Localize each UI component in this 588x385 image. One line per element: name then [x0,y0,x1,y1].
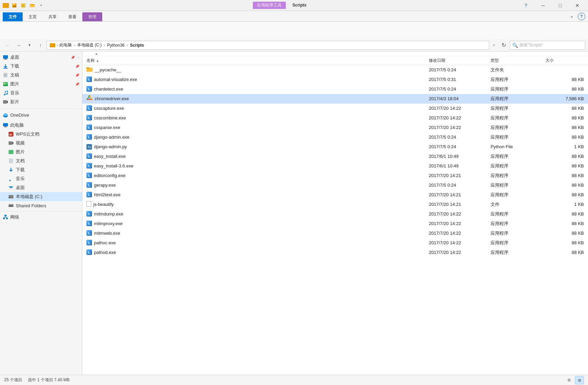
file-row[interactable]: mitmproxy.exe 2017/7/20 14:22 应用程序 88 KB [82,219,588,229]
file-row[interactable]: mitmdump.exe 2017/7/20 14:22 应用程序 88 KB [82,209,588,219]
file-icon [86,105,92,112]
svg-rect-24 [3,123,8,126]
sidebar-item-download2[interactable]: 下载 [0,165,82,174]
sidebar-item-download-quick[interactable]: 下载 📌 [0,62,82,71]
file-row[interactable]: Py django-admin.py 2017/7/5 0:24 Python … [82,142,588,152]
file-row[interactable]: chardetect.exe 2017/7/5 0:24 应用程序 88 KB [82,84,588,94]
recent-btn[interactable]: ▼ [25,40,34,50]
sidebar-item-onedrive[interactable]: OneDrive [0,110,82,119]
col-header-name[interactable]: 名称 ▲ [85,58,427,63]
file-icon [86,77,92,83]
search-box[interactable]: 🔍 搜索"Scripts" [510,41,585,50]
file-row[interactable]: easy_install-3.6.exe 2017/6/1 10:49 应用程序… [82,161,588,171]
col-header-size[interactable]: 大小 [544,58,585,63]
file-type-cell: 应用程序 [489,105,544,112]
path-dropdown-button[interactable]: ✓ [491,40,497,50]
tab-home[interactable]: 主页 [23,12,43,21]
file-row[interactable]: chromedriver.exe 2017/4/3 18:04 应用程序 7,5… [82,94,588,104]
tab-manage[interactable]: 管理 [82,12,102,21]
file-row[interactable]: pathoc.exe 2017/7/20 14:22 应用程序 88 KB [82,238,588,248]
sidebar-item-desktop-quick[interactable]: 桌面 📌 ↑ [0,53,82,62]
sidebar-item-music[interactable]: 音乐 [0,89,82,97]
sidebar-item-video[interactable]: 影片 [0,97,82,106]
sidebar-item-music2[interactable]: 音乐 [0,174,82,183]
sidebar-item-computer[interactable]: 此电脑 [0,121,82,130]
file-type-cell: 应用程序 [489,114,544,122]
sidebar-item-desktop2[interactable]: 桌面 [0,183,82,192]
file-row[interactable]: __pycache__ 2017/7/5 0:24 文件夹 [82,65,588,75]
file-name: easy_install-3.6.exe [94,163,133,168]
file-row[interactable]: csscapture.exe 2017/7/20 14:22 应用程序 88 K… [82,104,588,113]
qat-dropdown-button[interactable]: ▾ [37,1,45,10]
svg-rect-25 [4,126,7,127]
computer-icon [3,122,8,128]
file-icon [86,163,92,169]
sidebar-item-wps[interactable]: W WPS云文档 [0,130,82,139]
file-name-cell: mitmweb.exe [85,230,427,237]
view-list-button[interactable]: ≣ [575,376,584,384]
file-modified-cell: 2017/4/3 18:04 [427,95,489,102]
maximize-button[interactable]: □ [552,0,568,11]
pin-icon: 📌 [75,82,79,86]
address-path[interactable]: › 此电脑 › 本地磁盘 (C:) › Python36 › Scripts [47,41,489,50]
network-icon [3,214,8,220]
qat-redo-button[interactable]: ✓ [19,1,27,10]
file-type-cell: 应用程序 [489,76,544,83]
path-drive[interactable]: 本地磁盘 (C:) [77,42,102,48]
file-name: cssparse.exe [94,125,120,130]
minimize-button[interactable]: ─ [535,0,551,11]
tab-share[interactable]: 共享 [43,12,62,21]
col-header-type[interactable]: 类型 [489,58,544,63]
file-row[interactable]: editorconfig.exe 2017/7/20 14:21 应用程序 88… [82,171,588,180]
file-name-cell: Py django-admin.py [85,143,427,151]
up-button[interactable]: ↑ [36,40,45,50]
file-name-cell: chardetect.exe [85,85,427,93]
refresh-button[interactable]: ↻ [499,40,508,50]
file-row[interactable]: html2text.exe 2017/7/20 14:21 应用程序 88 KB [82,190,588,200]
tab-file[interactable]: 文件 [3,12,23,21]
file-row[interactable]: js-beautify 2017/7/20 14:21 文件 1 KB [82,200,588,209]
file-row[interactable]: mitmweb.exe 2017/7/20 14:22 应用程序 88 KB [82,229,588,238]
file-row[interactable]: automat-visualize.exe 2017/7/5 0:31 应用程序… [82,75,588,84]
back-button[interactable]: ← [3,40,12,50]
help-button[interactable]: ? [518,0,534,11]
path-python[interactable]: Python36 [107,43,125,48]
file-row[interactable]: cssparse.exe 2017/7/20 14:22 应用程序 88 KB [82,123,588,132]
file-list[interactable]: __pycache__ 2017/7/5 0:24 文件夹 automat-vi… [82,65,588,375]
sidebar-item-docs-quick[interactable]: 文稿 📌 [0,71,82,80]
svg-rect-1 [13,3,15,5]
close-button[interactable]: ✕ [569,0,585,11]
svg-rect-39 [9,206,13,207]
forward-button[interactable]: → [14,40,23,50]
file-row[interactable]: easy_install.exe 2017/6/1 10:49 应用程序 88 … [82,152,588,161]
sidebar-item-network[interactable]: 网络 [0,213,82,222]
file-icon [86,115,92,121]
file-size-cell: 88 KB [544,249,585,256]
ribbon-collapse-button[interactable]: ∧ [567,12,576,21]
tab-view[interactable]: 查看 [62,12,82,21]
desktop2-icon [8,185,14,190]
sidebar-item-shared[interactable]: Shared Folders [0,201,82,210]
file-row[interactable]: csscombine.exe 2017/7/20 14:22 应用程序 88 K… [82,113,588,123]
sidebar-item-pictures-quick[interactable]: 图片 📌 [0,80,82,89]
view-details-button[interactable]: ≡ [565,376,574,384]
file-row[interactable]: django-admin.exe 2017/7/5 0:24 应用程序 88 K… [82,132,588,142]
sidebar-item-videos2[interactable]: 视频 [0,139,82,148]
sidebar-item-pictures2[interactable]: 图片 [0,148,82,156]
sidebar-item-drive-c[interactable]: 本地磁盘 (C:) [0,192,82,201]
qat-save-button[interactable] [10,1,19,10]
path-scripts[interactable]: Scripts [130,43,144,48]
file-modified-cell: 2017/7/5 0:24 [427,182,489,188]
col-header-modified[interactable]: 修改日期 [427,58,489,63]
file-row[interactable]: pathod.exe 2017/7/20 14:22 应用程序 88 KB [82,248,588,257]
file-type-cell: 应用程序 [489,210,544,218]
qat-folder-button[interactable] [28,1,36,10]
file-type-cell: 应用程序 [489,239,544,247]
path-computer[interactable]: 此电脑 [59,42,72,48]
file-name: chardetect.exe [94,86,123,92]
ribbon-help-button[interactable]: ? [578,13,585,20]
sidebar-item-docs2[interactable]: 文档 [0,156,82,165]
exe-icon [86,249,92,255]
file-modified-cell: 2017/7/5 0:24 [427,67,489,73]
file-row[interactable]: gerapy.exe 2017/7/5 0:24 应用程序 88 KB [82,180,588,190]
